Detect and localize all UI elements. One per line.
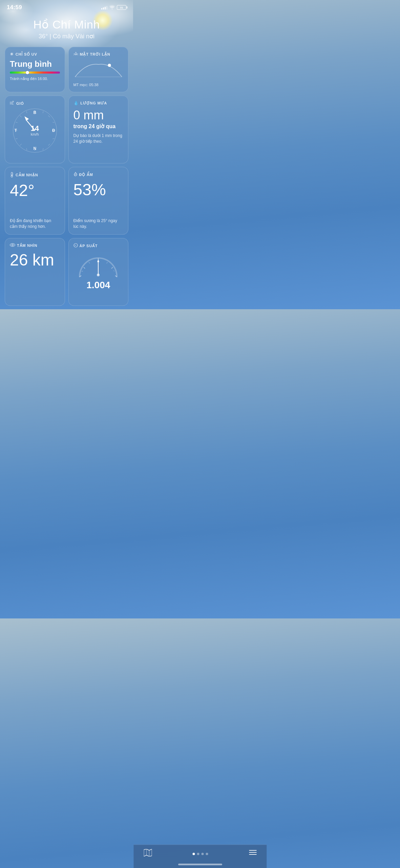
rain-note: Dự báo là dưới 1 mm trong 24 giờ tiếp th… (73, 133, 124, 144)
svg-marker-44 (97, 259, 99, 262)
compass-east: Đ (52, 128, 55, 133)
svg-line-35 (84, 267, 85, 269)
svg-point-30 (12, 244, 14, 246)
svg-line-21 (26, 148, 27, 150)
status-time: 14:59 (7, 4, 22, 11)
rain-label: LƯỢNG MƯA (80, 101, 107, 105)
rain-widget: 💧 LƯỢNG MƯA 0 mm trong 24 giờ qua Dự báo… (68, 96, 129, 163)
svg-line-41 (107, 262, 107, 263)
uv-indicator (26, 71, 29, 74)
rain-value: 0 mm (73, 108, 124, 122)
svg-line-20 (52, 139, 55, 139)
condition: Có mây Vài nơi (53, 33, 94, 40)
sunset-graph (73, 60, 124, 80)
feel-icon (10, 172, 14, 178)
feel-header: CẢM NHẬN (10, 172, 60, 178)
rain-icon: 💧 (73, 101, 79, 105)
svg-line-18 (16, 139, 18, 139)
visibility-widget: TẦM NHÌN 26 km (5, 238, 65, 306)
humidity-note: Điểm sương là 25° ngay lúc này. (73, 218, 124, 230)
feel-value: 42° (10, 181, 60, 200)
visibility-icon (10, 243, 15, 248)
pressure-label: ÁP SUẤT (80, 244, 98, 248)
uv-bar (10, 72, 60, 74)
compass-north: B (33, 110, 36, 115)
pressure-widget: i ÁP SUẤT (68, 238, 129, 306)
widgets-container: ☀ CHỈ SỐ UV Trung bình Tránh nắng đến 16… (0, 43, 133, 309)
svg-point-4 (108, 64, 111, 67)
wifi-icon (109, 5, 115, 10)
svg-line-37 (111, 267, 113, 269)
wind-widget: GIÓ (5, 96, 65, 163)
svg-line-22 (43, 148, 43, 150)
sunset-label: MẶT TRỜI LẶN (80, 52, 110, 57)
temperature: 36° (39, 33, 48, 40)
uv-note: Tránh nắng đến 16:00. (10, 76, 60, 81)
city-name: Hồ Chí Minh (7, 18, 126, 31)
uv-widget: ☀ CHỈ SỐ UV Trung bình Tránh nắng đến 16… (5, 47, 65, 92)
svg-point-32 (75, 245, 76, 246)
pressure-header: i ÁP SUẤT (73, 243, 124, 249)
humidity-label: ĐỘ ẨM (79, 173, 93, 177)
feel-widget: CẢM NHẬN 42° Độ ẩm đang khiến bạn cảm th… (5, 167, 65, 235)
wind-label: GIÓ (16, 101, 24, 105)
battery-icon: 31 (117, 5, 126, 10)
visibility-label: TẦM NHÌN (17, 243, 37, 248)
svg-line-39 (82, 271, 83, 272)
humidity-value: 53% (73, 180, 124, 199)
rain-header: 💧 LƯỢNG MƯA (73, 101, 124, 105)
sunset-icon (73, 52, 78, 57)
visibility-value: 26 km (10, 251, 60, 269)
svg-line-13 (20, 144, 21, 145)
sunset-header: MẶT TRỜI LẶN (73, 52, 124, 57)
wind-compass: B N Đ T 14 km/h (13, 108, 57, 153)
svg-line-19 (52, 122, 55, 122)
humidity-header: ĐỘ ẨM (73, 172, 124, 178)
pressure-gauge (76, 253, 120, 278)
humidity-widget: ĐỘ ẨM 53% Điểm sương là 25° ngay lúc này… (68, 167, 129, 235)
humidity-icon (73, 172, 78, 178)
svg-line-11 (20, 116, 21, 117)
svg-point-45 (97, 274, 100, 276)
compass-west: T (15, 128, 17, 133)
wind-icon (10, 101, 15, 106)
svg-line-12 (48, 116, 50, 117)
status-icons: 31 (101, 5, 126, 10)
header: Hồ Chí Minh 36° | Có mây Vài nơi (0, 11, 133, 43)
pressure-icon: i (73, 243, 78, 249)
svg-line-40 (89, 262, 90, 263)
status-bar: 14:59 31 (0, 0, 133, 11)
uv-header: ☀ CHỈ SỐ UV (10, 52, 60, 57)
uv-icon: ☀ (10, 52, 14, 57)
svg-line-17 (16, 122, 18, 122)
sunset-note: MT mọc: 05:38 (73, 83, 124, 87)
feel-label: CẢM NHẬN (16, 173, 38, 177)
svg-line-14 (48, 144, 50, 145)
pressure-value: 1.004 (73, 280, 124, 291)
feel-note: Độ ẩm đang khiến bạn cảm thấy nóng hơn. (10, 218, 60, 230)
signal-icon (101, 5, 107, 9)
visibility-header: TẦM NHÌN (10, 243, 60, 248)
sunset-note-time: 05:38 (89, 83, 99, 87)
svg-line-15 (26, 111, 27, 113)
weather-description: 36° | Có mây Vài nơi (7, 33, 126, 40)
svg-point-0 (75, 53, 77, 55)
separator: | (49, 33, 51, 40)
wind-header: GIÓ (10, 101, 60, 106)
sunset-widget: MẶT TRỜI LẶN MT mọc: 05:38 (68, 47, 129, 92)
uv-value: Trung bình (10, 59, 60, 69)
sunset-note-label: MT mọc: (73, 83, 88, 87)
rain-period: trong 24 giờ qua (73, 123, 124, 130)
svg-line-42 (113, 271, 114, 271)
svg-line-16 (43, 111, 43, 113)
compass-south: N (33, 146, 36, 151)
uv-label: CHỈ SỐ UV (16, 52, 37, 57)
svg-text:i: i (75, 244, 75, 246)
wind-unit: km/h (31, 132, 39, 136)
